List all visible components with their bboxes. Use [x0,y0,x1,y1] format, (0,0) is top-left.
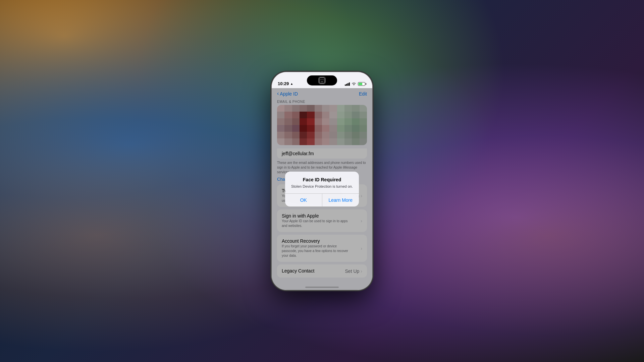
battery [358,82,366,86]
location-icon: ▲ [290,82,293,85]
alert-buttons: OK Learn More [285,193,359,206]
signal-bar-1 [345,84,346,86]
alert-learn-more-button[interactable]: Learn More [322,194,359,206]
signal-bar-2 [346,84,347,86]
alert-title: Face ID Required [290,177,354,182]
alert-overlay: Face ID Required Stolen Device Protectio… [272,88,372,290]
alert-dialog: Face ID Required Stolen Device Protectio… [285,172,359,206]
alert-message: Stolen Device Protection is turned on. [290,184,354,189]
face-id-icon [318,77,326,84]
svg-point-1 [321,79,322,80]
signal-bars [345,82,350,86]
alert-content: Face ID Required Stolen Device Protectio… [285,172,359,193]
wifi-icon [352,82,356,86]
alert-ok-button[interactable]: OK [285,194,322,206]
dynamic-island [307,75,337,85]
signal-bar-3 [347,83,348,86]
phone: 10:29 ▲ [272,72,372,290]
status-time: 10:29 ▲ [278,81,293,86]
phone-wrapper: 10:29 ▲ [272,72,372,290]
screen: ‹ Apple ID Edit EMAIL & PHONE jeff@cellu… [272,88,372,290]
svg-rect-0 [319,78,325,83]
status-icons [345,82,366,86]
signal-bar-4 [349,82,350,86]
svg-point-2 [323,79,324,80]
